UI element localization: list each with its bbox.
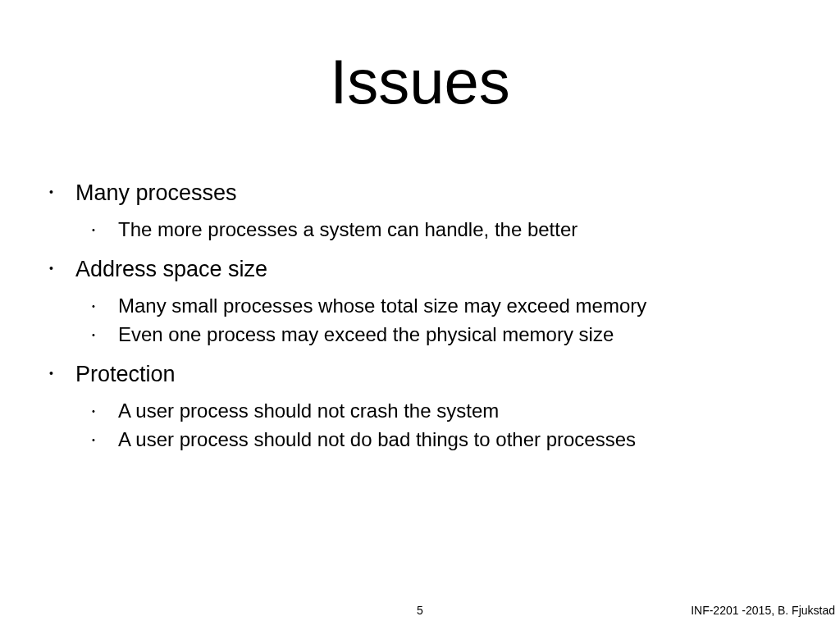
sub-list: Many small processes whose total size ma… [75,294,824,347]
sub-list-item: A user process should not crash the syst… [75,399,824,424]
sub-list-item: Many small processes whose total size ma… [75,294,824,319]
sub-list: The more processes a system can handle, … [75,217,824,243]
slide: Issues Many processes The more processes… [0,0,840,630]
list-item-text: Many processes [75,180,237,205]
sub-list-item: A user process should not do bad things … [75,427,824,453]
footer-text: INF-2201 -2015, B. Fjukstad [691,604,835,617]
list-item-text: Address space size [75,257,267,281]
list-item: Address space size Many small processes … [48,255,824,347]
list-item: Protection A user process should not cra… [48,360,824,452]
sub-list: A user process should not crash the syst… [75,399,824,452]
slide-content: Many processes The more processes a syst… [48,179,824,465]
list-item: Many processes The more processes a syst… [48,179,824,242]
bullet-list: Many processes The more processes a syst… [48,179,824,452]
list-item-text: Protection [75,362,176,386]
sub-list-item: Even one process may exceed the physical… [75,322,824,348]
sub-list-item: The more processes a system can handle, … [75,217,824,243]
slide-title: Issues [0,0,840,117]
